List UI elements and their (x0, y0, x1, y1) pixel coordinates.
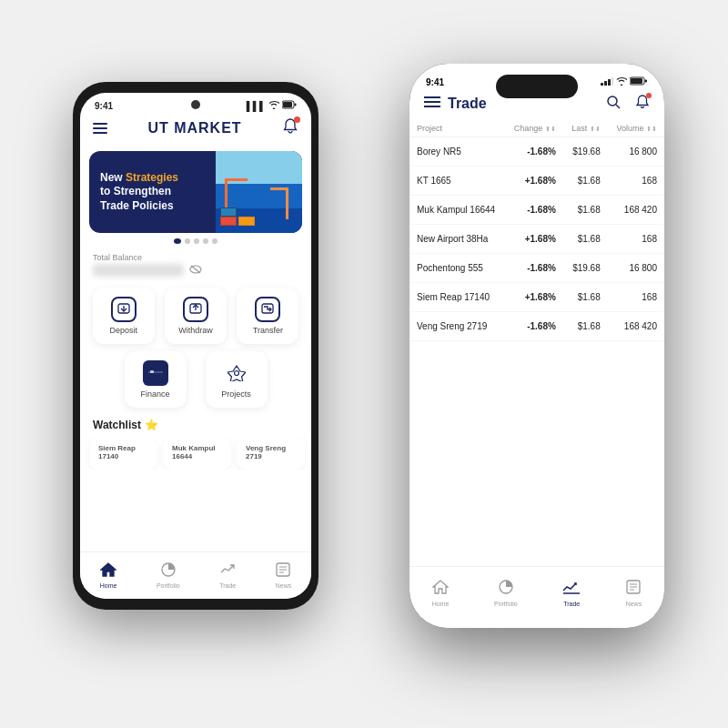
svg-marker-33 (433, 581, 448, 593)
right-status-icons (601, 76, 648, 87)
watchlist-item-2[interactable]: Muk Kampul16644 (163, 437, 231, 470)
right-wifi (616, 76, 627, 87)
trade-row-2[interactable]: Muk Kampul 16644-1.68%$1.68168 420 (410, 196, 664, 225)
left-nav-portfolio[interactable]: Portfolio (157, 562, 180, 589)
left-nav-news[interactable]: News (276, 562, 292, 589)
right-nav-news-label: News (626, 601, 642, 607)
watchlist-item-1[interactable]: Siem Reap17140 (89, 437, 157, 470)
trade-project-5: Siem Reap 17140 (410, 283, 505, 312)
camera-dot (191, 100, 200, 109)
trade-row-6[interactable]: Veng Sreng 2719-1.68%$1.68168 420 (410, 312, 664, 341)
watchlist-name-1: Siem Reap17140 (98, 444, 148, 460)
left-app-header: UT MARKET (80, 115, 311, 146)
watchlist-item-3[interactable]: Veng Sreng 2719 (237, 437, 305, 470)
watchlist-header: Watchlist ⭐ (80, 415, 311, 437)
trade-change-2: -1.68% (505, 196, 563, 225)
svg-rect-23 (608, 79, 611, 86)
trade-last-0: $19.68 (563, 137, 608, 167)
trade-last-1: $1.68 (563, 167, 608, 196)
home-icon (100, 562, 116, 581)
trade-row-0[interactable]: Borey NR5-1.68%$19.6816 800 (410, 137, 664, 167)
svg-rect-22 (604, 81, 607, 86)
transfer-icon (255, 297, 280, 322)
trade-change-1: +1.68% (505, 167, 563, 196)
trade-search-icon[interactable] (606, 95, 621, 113)
projects-label: Projects (221, 389, 251, 399)
deposit-label: Deposit (109, 326, 137, 335)
trade-change-5: +1.68% (505, 283, 563, 312)
trade-row-3[interactable]: New Airport 38Ha+1.68%$1.68168 (410, 225, 664, 254)
transfer-button[interactable]: Transfer (237, 288, 298, 344)
right-nav-trade[interactable]: Trade (562, 580, 581, 616)
trade-project-3: New Airport 38Ha (410, 225, 505, 254)
trade-project-6: Veng Sreng 2719 (410, 312, 505, 341)
last-sort[interactable]: ⬆⬇ (590, 126, 601, 132)
dot-1 (174, 238, 181, 244)
right-nav-home[interactable]: Home (432, 580, 450, 616)
trade-volume-4: 16 800 (608, 254, 664, 283)
trade-change-6: -1.68% (505, 312, 563, 341)
trade-table: Project Change ⬆⬇ Last ⬆⬇ Volume ⬆⬇ Bore… (410, 120, 664, 341)
projects-icon (224, 360, 249, 386)
right-bottom-nav: Home Portfolio Trade (410, 566, 664, 628)
change-sort[interactable]: ⬆⬇ (545, 126, 556, 132)
trade-row-4[interactable]: Pochentong 555-1.68%$19.6816 800 (410, 254, 664, 283)
banner-dots (80, 238, 311, 244)
withdraw-button[interactable]: Withdraw (165, 288, 227, 344)
finance-label: Finance (140, 389, 169, 399)
trade-volume-2: 168 420 (608, 196, 664, 225)
projects-button[interactable]: Projects (206, 351, 268, 408)
trade-row-5[interactable]: Siem Reap 17140+1.68%$1.68168 (410, 283, 664, 312)
watchlist-name-2: Muk Kampul16644 (172, 444, 222, 460)
withdraw-icon (183, 297, 208, 322)
notification-bell[interactable] (282, 118, 298, 138)
trade-menu-icon[interactable] (424, 96, 440, 112)
left-nav-home-label: Home (100, 582, 117, 589)
svg-point-31 (608, 96, 617, 106)
col-project: Project (410, 120, 505, 137)
trade-change-3: +1.68% (505, 225, 563, 254)
dot-4 (203, 238, 208, 244)
balance-value (93, 264, 184, 277)
col-volume: Volume ⬆⬇ (608, 120, 664, 137)
trade-row-1[interactable]: KT 1665+1.68%$1.68168 (410, 167, 664, 196)
right-nav-portfolio[interactable]: Portfolio (494, 580, 518, 616)
trade-volume-1: 168 (608, 167, 664, 196)
right-nav-home-label: Home (432, 601, 450, 607)
right-screen: 9:41 Trade (410, 64, 664, 628)
right-news-icon (626, 580, 641, 599)
trade-last-3: $1.68 (563, 225, 608, 254)
svg-marker-13 (228, 366, 246, 381)
hide-balance-icon[interactable] (189, 265, 202, 276)
right-nav-news[interactable]: News (626, 580, 642, 616)
left-time: 9:41 (95, 101, 113, 111)
left-phone: 9:41 ▌▌▌ UT MARKET (73, 82, 318, 610)
deposit-button[interactable]: Deposit (93, 288, 155, 344)
right-portfolio-icon (498, 580, 514, 599)
trade-bell-icon[interactable] (635, 95, 650, 113)
transfer-label: Transfer (253, 326, 283, 335)
right-battery (630, 76, 648, 87)
news-icon (276, 562, 290, 581)
trade-last-6: $1.68 (563, 312, 608, 341)
hamburger-menu[interactable] (93, 123, 107, 134)
phones-container: 9:41 ▌▌▌ UT MARKET (46, 46, 682, 682)
trade-project-0: Borey NR5 (410, 137, 505, 167)
banner-title: New Strategiesto StrengthenTrade Policie… (100, 171, 205, 214)
trade-table-container: Project Change ⬆⬇ Last ⬆⬇ Volume ⬆⬇ Bore… (410, 120, 664, 341)
news-banner[interactable]: New Strategiesto StrengthenTrade Policie… (89, 151, 302, 233)
balance-section: Total Balance (80, 248, 311, 280)
notification-dot (294, 116, 300, 123)
watchlist-name-3: Veng Sreng 2719 (246, 444, 296, 460)
svg-rect-21 (601, 83, 603, 86)
dot-2 (185, 238, 190, 244)
finance-button[interactable]: Finance (125, 351, 187, 408)
svg-rect-2 (295, 104, 297, 106)
svg-line-32 (616, 105, 620, 108)
svg-rect-1 (283, 102, 292, 107)
svg-rect-11 (150, 370, 154, 373)
volume-sort[interactable]: ⬆⬇ (646, 126, 657, 132)
left-nav-home[interactable]: Home (100, 562, 117, 589)
left-nav-trade[interactable]: Trade (219, 562, 236, 589)
svg-rect-24 (612, 77, 613, 86)
